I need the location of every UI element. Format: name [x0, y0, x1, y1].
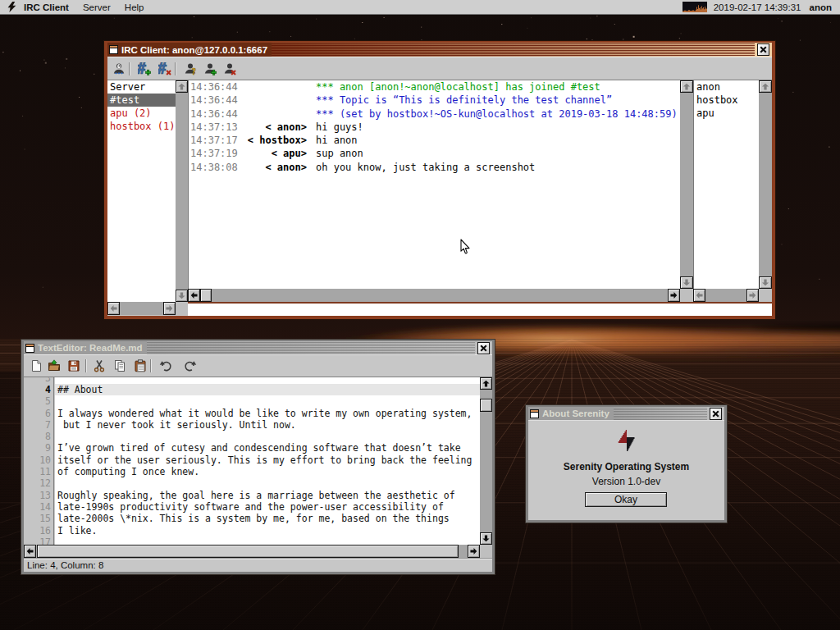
menu-help[interactable]: Help: [125, 2, 144, 12]
open-document-button[interactable]: [47, 359, 61, 373]
texteditor-close-button[interactable]: [477, 342, 490, 354]
message-input[interactable]: [188, 302, 772, 316]
editor-text-area[interactable]: ## AboutI always wondered what it would …: [55, 377, 480, 545]
copy-button[interactable]: [112, 359, 126, 373]
menubar-clock[interactable]: 2019-02-17 14:39:31: [714, 2, 801, 12]
texteditor-window-title: TextEditor: ReadMe.md: [38, 343, 143, 353]
menu-server[interactable]: Server: [83, 2, 111, 12]
channel-list-vscrollbar[interactable]: [176, 80, 188, 302]
scroll-left-button[interactable]: [188, 289, 200, 302]
close-icon: [760, 46, 767, 53]
scroll-right-button[interactable]: [668, 289, 680, 302]
about-version: Version 1.0-dev: [528, 476, 724, 487]
message-text: *** (set by hostbox!~OS-kun@localhost at…: [316, 107, 678, 121]
message-timestamp: 14:36:44: [190, 94, 236, 107]
scroll-right-button[interactable]: [163, 302, 176, 315]
member-item[interactable]: apu: [694, 107, 759, 120]
whois-mask-icon: [112, 62, 126, 75]
undo-button[interactable]: [158, 359, 172, 373]
scrollbar-thumb[interactable]: [480, 399, 492, 412]
scroll-left-button[interactable]: [107, 302, 120, 315]
undo-icon: [159, 359, 172, 372]
chat-vscrollbar[interactable]: [680, 80, 693, 289]
right-arrow-icon: [670, 292, 678, 299]
serenity-logo-icon[interactable]: [7, 2, 16, 12]
channel-list[interactable]: Server#testapu (2)hostbox (1): [107, 80, 176, 302]
menubar-app-name[interactable]: IRC Client: [24, 2, 69, 12]
cut-icon: [93, 359, 106, 372]
close-icon: [480, 345, 487, 352]
close-pad: [707, 407, 724, 420]
left-arrow-icon: [696, 292, 703, 299]
irc-content: Server#testapu (2)hostbox (1) 14:36:44**…: [107, 80, 772, 316]
about-close-button[interactable]: [710, 408, 722, 420]
cpu-graph-icon[interactable]: [682, 2, 707, 12]
chat-pane[interactable]: 14:36:44*** anon [anon!~anon@localhost] …: [188, 80, 680, 289]
line-number: 15: [24, 513, 53, 524]
channel-item[interactable]: hostbox (1): [107, 120, 176, 133]
save-document-button[interactable]: [66, 359, 80, 373]
line-number: 13: [24, 490, 53, 501]
member-item[interactable]: hostbox: [694, 94, 759, 107]
scroll-down-button[interactable]: [759, 276, 772, 289]
save-document-icon: [67, 359, 80, 372]
editor-vscrollbar[interactable]: [480, 377, 492, 545]
line-number: 9: [24, 442, 53, 454]
serenity-bolt-logo: [617, 428, 636, 452]
editor-hscrollbar[interactable]: [24, 545, 480, 558]
editor-line: I like.: [55, 525, 480, 536]
irc-close-button[interactable]: [757, 43, 769, 56]
open-document-icon: [48, 359, 61, 372]
scroll-right-button[interactable]: [746, 289, 759, 302]
scroll-right-button[interactable]: [468, 545, 480, 558]
redo-icon: [184, 359, 197, 372]
scroll-up-button[interactable]: [480, 377, 492, 390]
down-arrow-icon: [482, 535, 490, 542]
titlebar-stripes: [614, 407, 707, 420]
close-query-button[interactable]: [222, 62, 236, 75]
scroll-down-button[interactable]: [680, 276, 693, 289]
whois-button[interactable]: ?: [183, 62, 197, 75]
scroll-up-button[interactable]: [176, 80, 188, 93]
member-list[interactable]: anonhostboxapu: [693, 80, 759, 289]
scroll-down-button[interactable]: [480, 532, 492, 545]
titlebar-stripes: [147, 341, 475, 354]
texteditor-titlebar[interactable]: TextEditor: ReadMe.md: [24, 341, 492, 354]
open-query-button[interactable]: [203, 62, 217, 75]
paste-button[interactable]: [133, 359, 147, 373]
scroll-up-button[interactable]: [680, 80, 693, 93]
member-list-vscrollbar[interactable]: [759, 80, 772, 289]
about-titlebar[interactable]: About Serenity: [528, 407, 724, 420]
scrollbar-corner: [759, 289, 772, 302]
cut-button[interactable]: [92, 359, 106, 373]
join-channel-button[interactable]: #: [137, 62, 151, 75]
channel-item[interactable]: apu (2): [107, 107, 176, 120]
channel-item[interactable]: #test: [107, 94, 176, 107]
line-number: 8: [24, 431, 53, 442]
new-document-button[interactable]: [29, 359, 43, 373]
channel-item[interactable]: Server: [107, 80, 176, 94]
channel-list-hscrollbar[interactable]: [107, 302, 176, 315]
window-icon: [530, 409, 539, 418]
member-list-hscrollbar[interactable]: [693, 289, 759, 302]
editor-line: Roughly speaking, the goal here is a mar…: [55, 490, 480, 501]
editor-line: I’ve grown tired of cutesy and condescen…: [55, 442, 480, 454]
scrollbar-thumb[interactable]: [200, 289, 212, 302]
status-bar: Line: 4, Column: 8: [24, 558, 492, 572]
scroll-down-button[interactable]: [176, 290, 188, 302]
svg-text:?: ?: [191, 67, 196, 75]
irc-titlebar[interactable]: IRC Client: anon@127.0.0.1:6667: [107, 43, 772, 57]
close-query-icon: [223, 62, 236, 75]
about-body: Serenity Operating System Version 1.0-de…: [528, 420, 724, 520]
scroll-up-button[interactable]: [759, 80, 772, 93]
chat-message: 14:37:19< apu>sup anon: [189, 147, 680, 160]
scroll-left-button[interactable]: [693, 289, 705, 302]
scroll-left-button[interactable]: [24, 545, 36, 558]
scrollbar-thumb[interactable]: [37, 545, 459, 558]
whois-mask-button[interactable]: [112, 62, 126, 75]
okay-button[interactable]: Okay: [585, 492, 667, 507]
redo-button[interactable]: [183, 359, 197, 373]
part-channel-button[interactable]: #: [158, 62, 171, 75]
member-item[interactable]: anon: [694, 80, 759, 94]
chat-hscrollbar[interactable]: [188, 289, 680, 302]
